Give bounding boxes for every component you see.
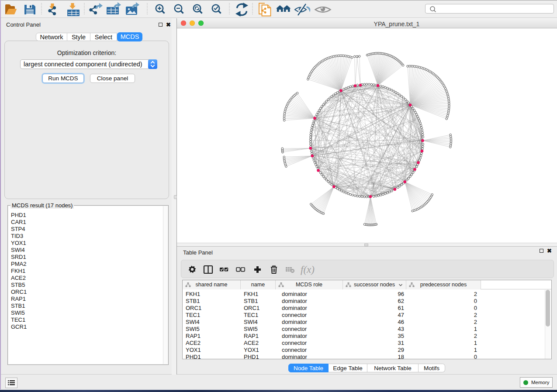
svg-text:f(x): f(x): [301, 264, 315, 275]
